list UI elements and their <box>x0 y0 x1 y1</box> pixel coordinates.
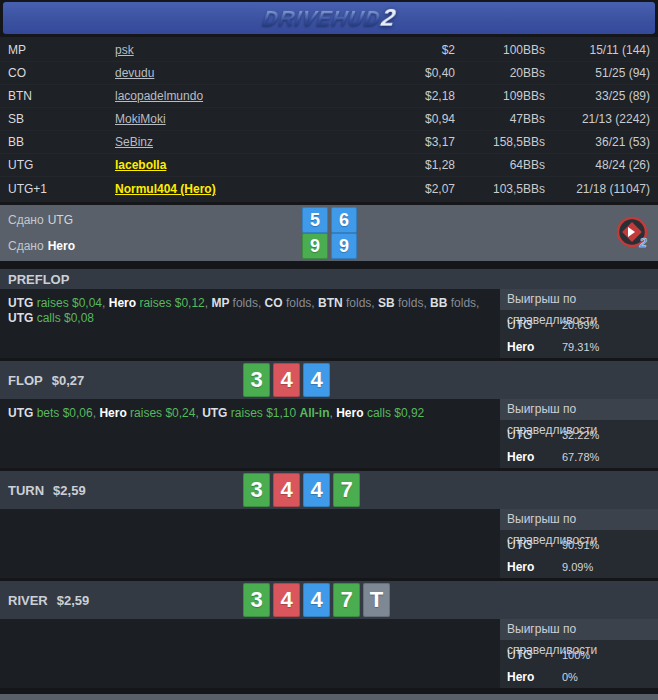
equity-value: 100% <box>562 649 590 661</box>
player-row: UTG+1Normul404 (Hero)$2,07103,5BBs21/18 … <box>0 177 658 200</box>
players-table: MPpsk$2100BBs15/11 (144)COdevudu$0,4020B… <box>0 37 658 202</box>
street-content-river: Выигрыш по справедливостиUTG100%Hero0% <box>0 619 658 688</box>
player-stats: 33/25 (89) <box>545 89 650 103</box>
board-cards: 344 <box>243 363 330 397</box>
player-position: UTG+1 <box>8 182 115 196</box>
street-pot: $0,27 <box>52 373 85 388</box>
action-token: raises $1,10 <box>231 406 300 420</box>
player-position: CO <box>8 66 115 80</box>
equity-row: Hero79.31% <box>500 336 658 358</box>
app-header-banner: DRIVEHUD 2 <box>3 2 655 34</box>
equity-value: 0% <box>562 671 578 683</box>
street-content-turn: Выигрыш по справедливостиUTG90.91%Hero9.… <box>0 509 658 578</box>
dealt-section: СданоUTG56СданоHero99 2 <box>0 205 658 261</box>
action-token: raises $0,04 <box>37 296 102 310</box>
player-name-cell: lacebolla <box>115 158 335 172</box>
player-bbs: 103,5BBs <box>455 182 545 196</box>
street-actions <box>0 619 500 688</box>
card-4-hearts: 4 <box>273 583 300 617</box>
player-name-cell: SeBinz <box>115 135 335 149</box>
action-token: SB <box>378 296 398 310</box>
equity-panel: Выигрыш по справедливостиUTG100%Hero0% <box>500 619 658 688</box>
player-name-link[interactable]: MokiMoki <box>115 112 166 126</box>
player-stats: 21/13 (2242) <box>545 112 650 126</box>
equity-value: 67.78% <box>562 451 599 463</box>
replayer-icon[interactable]: 2 <box>614 215 650 251</box>
equity-panel-title: Выигрыш по справедливости <box>500 399 658 420</box>
equity-panel: Выигрыш по справедливостиUTG32.22%Hero67… <box>500 399 658 468</box>
player-stack: $2,07 <box>335 182 455 196</box>
action-token: calls $0,92 <box>367 406 424 420</box>
dealt-subject: Hero <box>48 239 75 253</box>
card-5-diamonds: 5 <box>302 207 328 233</box>
equity-rows: UTG32.22%Hero67.78% <box>500 420 658 468</box>
player-name-cell: lacopadelmundo <box>115 89 335 103</box>
action-token: UTG <box>8 311 37 325</box>
dealt-rows: СданоUTG56СданоHero99 <box>0 207 658 259</box>
action-token: , <box>371 296 378 310</box>
action-token: BB <box>430 296 451 310</box>
dealt-subject: UTG <box>48 213 73 227</box>
player-name-link[interactable]: Normul404 (Hero) <box>115 182 216 196</box>
hole-cards: 56 <box>302 207 357 233</box>
action-token: folds <box>398 296 423 310</box>
card-4-diamonds: 4 <box>303 363 330 397</box>
street-strip-flop: FLOP$0,27344 <box>0 361 658 399</box>
player-name-link[interactable]: SeBinz <box>115 135 153 149</box>
action-token: raises $0,12 <box>139 296 204 310</box>
equity-rows: UTG90.91%Hero9.09% <box>500 530 658 578</box>
player-name-link[interactable]: devudu <box>115 66 154 80</box>
equity-value: 20.69% <box>562 319 599 331</box>
player-name-cell: devudu <box>115 66 335 80</box>
player-name-link[interactable]: lacopadelmundo <box>115 89 203 103</box>
action-token: , <box>476 296 483 310</box>
street-strip-river: RIVER$2,593447T <box>0 581 658 619</box>
action-token: BTN <box>318 296 346 310</box>
equity-value: 32.22% <box>562 429 599 441</box>
street-pot: $2,59 <box>57 593 90 608</box>
equity-panel-title: Выигрыш по справедливости <box>500 619 658 640</box>
player-name-cell: MokiMoki <box>115 112 335 126</box>
action-token: CO <box>265 296 286 310</box>
result-line: UTG выиграл $2,46 <box>0 694 658 700</box>
equity-row: UTG32.22% <box>500 424 658 446</box>
street-pot: $2,59 <box>53 483 86 498</box>
street-strip-turn: TURN$2,593447 <box>0 471 658 509</box>
card-9-diamonds: 9 <box>331 233 357 259</box>
dealt-label: Сдано <box>8 239 44 253</box>
drivehud-logo-text: DRIVEHUD <box>261 7 383 31</box>
action-token: All-in <box>300 406 330 420</box>
board-cards: 3447T <box>243 583 390 617</box>
action-token: , <box>258 296 265 310</box>
player-stack: $0,94 <box>335 112 455 126</box>
equity-player-name: Hero <box>500 670 562 684</box>
dealt-row: СданоUTG56 <box>0 207 658 233</box>
action-token: , <box>102 296 109 310</box>
player-bbs: 20BBs <box>455 66 545 80</box>
player-bbs: 64BBs <box>455 158 545 172</box>
equity-player-name: UTG <box>500 428 562 442</box>
player-stats: 36/21 (53) <box>545 135 650 149</box>
player-row: COdevudu$0,4020BBs51/25 (94) <box>0 62 658 85</box>
equity-row: Hero0% <box>500 666 658 688</box>
street-strip-preflop: PREFLOP <box>0 269 658 289</box>
card-4-diamonds: 4 <box>303 583 330 617</box>
card-T-spades: T <box>363 583 390 617</box>
player-stats: 15/11 (144) <box>545 43 650 57</box>
player-name-link[interactable]: psk <box>115 43 134 57</box>
action-token: bets $0,06 <box>37 406 93 420</box>
equity-row: UTG90.91% <box>500 534 658 556</box>
player-stack: $1,28 <box>335 158 455 172</box>
action-token: folds <box>346 296 371 310</box>
player-name-link[interactable]: lacebolla <box>115 158 166 172</box>
streets-container: PREFLOPUTG raises $0,04, Hero raises $0,… <box>0 269 658 688</box>
equity-rows: UTG100%Hero0% <box>500 640 658 688</box>
player-row: UTGlacebolla$1,2864BBs48/24 (26) <box>0 154 658 177</box>
equity-panel: Выигрыш по справедливостиUTG20.69%Hero79… <box>500 289 658 358</box>
player-bbs: 158,5BBs <box>455 135 545 149</box>
svg-text:2: 2 <box>638 235 647 250</box>
card-4-hearts: 4 <box>273 363 300 397</box>
equity-player-name: Hero <box>500 450 562 464</box>
street-name: PREFLOP <box>8 272 69 287</box>
player-name-cell: psk <box>115 43 335 57</box>
